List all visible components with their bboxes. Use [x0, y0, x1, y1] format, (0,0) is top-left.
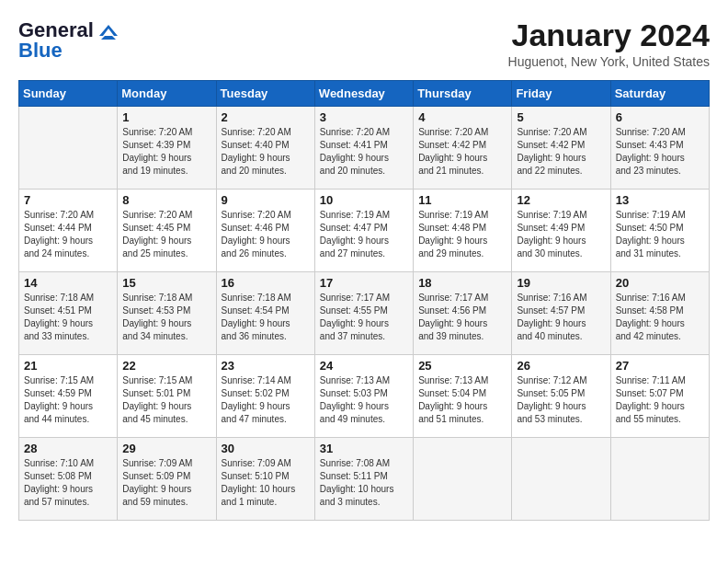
logo: General Blue: [18, 18, 123, 63]
day-info: Sunrise: 7:20 AM Sunset: 4:39 PM Dayligh…: [122, 126, 210, 178]
day-info: Sunrise: 7:19 AM Sunset: 4:48 PM Dayligh…: [418, 209, 506, 260]
day-number: 24: [320, 359, 408, 373]
svg-marker-0: [99, 25, 118, 36]
calendar-cell: 8Sunrise: 7:20 AM Sunset: 4:45 PM Daylig…: [118, 190, 216, 272]
calendar-cell: [414, 438, 512, 521]
day-number: 21: [24, 359, 112, 373]
day-info: Sunrise: 7:15 AM Sunset: 5:01 PM Dayligh…: [122, 374, 210, 426]
day-info: Sunrise: 7:13 AM Sunset: 5:04 PM Dayligh…: [418, 374, 506, 426]
day-number: 14: [24, 276, 112, 290]
calendar-cell: 10Sunrise: 7:19 AM Sunset: 4:47 PM Dayli…: [314, 190, 413, 272]
location: Huguenot, New York, United States: [508, 54, 710, 69]
day-number: 17: [320, 276, 408, 290]
day-number: 28: [24, 442, 112, 455]
weekday-header-monday: Monday: [118, 81, 216, 107]
weekday-header-thursday: Thursday: [414, 81, 512, 107]
day-number: 23: [222, 359, 310, 373]
calendar-cell: 13Sunrise: 7:19 AM Sunset: 4:50 PM Dayli…: [610, 190, 709, 272]
day-info: Sunrise: 7:08 AM Sunset: 5:11 PM Dayligh…: [320, 457, 408, 509]
day-number: 20: [616, 276, 704, 290]
day-info: Sunrise: 7:14 AM Sunset: 5:02 PM Dayligh…: [222, 374, 310, 426]
day-info: Sunrise: 7:12 AM Sunset: 5:05 PM Dayligh…: [517, 374, 605, 426]
calendar-cell: 30Sunrise: 7:09 AM Sunset: 5:10 PM Dayli…: [216, 438, 314, 521]
day-info: Sunrise: 7:18 AM Sunset: 4:51 PM Dayligh…: [24, 292, 112, 343]
calendar-cell: 24Sunrise: 7:13 AM Sunset: 5:03 PM Dayli…: [314, 355, 413, 438]
day-number: 19: [517, 276, 605, 290]
calendar-cell: 7Sunrise: 7:20 AM Sunset: 4:44 PM Daylig…: [19, 190, 118, 272]
calendar-cell: 5Sunrise: 7:20 AM Sunset: 4:42 PM Daylig…: [512, 107, 610, 190]
day-number: 4: [418, 110, 506, 124]
calendar-cell: 29Sunrise: 7:09 AM Sunset: 5:09 PM Dayli…: [118, 438, 216, 521]
calendar-cell: [512, 438, 610, 521]
calendar-cell: 19Sunrise: 7:16 AM Sunset: 4:57 PM Dayli…: [512, 272, 610, 355]
day-info: Sunrise: 7:17 AM Sunset: 4:56 PM Dayligh…: [418, 292, 506, 343]
day-info: Sunrise: 7:20 AM Sunset: 4:44 PM Dayligh…: [24, 209, 112, 260]
day-number: 6: [616, 110, 704, 124]
day-number: 12: [517, 193, 605, 207]
calendar-cell: 26Sunrise: 7:12 AM Sunset: 5:05 PM Dayli…: [512, 355, 610, 438]
day-info: Sunrise: 7:19 AM Sunset: 4:49 PM Dayligh…: [517, 209, 605, 260]
day-info: Sunrise: 7:16 AM Sunset: 4:58 PM Dayligh…: [616, 292, 704, 343]
day-info: Sunrise: 7:17 AM Sunset: 4:55 PM Dayligh…: [320, 292, 408, 343]
calendar-cell: 25Sunrise: 7:13 AM Sunset: 5:04 PM Dayli…: [414, 355, 512, 438]
day-info: Sunrise: 7:20 AM Sunset: 4:46 PM Dayligh…: [222, 209, 310, 260]
calendar-cell: 4Sunrise: 7:20 AM Sunset: 4:42 PM Daylig…: [414, 107, 512, 190]
day-number: 25: [418, 359, 506, 373]
calendar-cell: [610, 438, 709, 521]
calendar-cell: 27Sunrise: 7:11 AM Sunset: 5:07 PM Dayli…: [610, 355, 709, 438]
logo-icon: [96, 23, 123, 40]
calendar-cell: 31Sunrise: 7:08 AM Sunset: 5:11 PM Dayli…: [314, 438, 413, 521]
day-info: Sunrise: 7:15 AM Sunset: 4:59 PM Dayligh…: [24, 374, 112, 426]
calendar-cell: 20Sunrise: 7:16 AM Sunset: 4:58 PM Dayli…: [610, 272, 709, 355]
calendar-cell: [19, 107, 118, 190]
day-number: 29: [122, 442, 210, 455]
day-number: 26: [517, 359, 605, 373]
weekday-header-tuesday: Tuesday: [216, 81, 314, 107]
calendar-cell: 15Sunrise: 7:18 AM Sunset: 4:53 PM Dayli…: [118, 272, 216, 355]
day-info: Sunrise: 7:13 AM Sunset: 5:03 PM Dayligh…: [320, 374, 408, 426]
calendar-cell: 16Sunrise: 7:18 AM Sunset: 4:54 PM Dayli…: [216, 272, 314, 355]
calendar-cell: 9Sunrise: 7:20 AM Sunset: 4:46 PM Daylig…: [216, 190, 314, 272]
day-info: Sunrise: 7:20 AM Sunset: 4:42 PM Dayligh…: [517, 126, 605, 178]
calendar-week-row: 14Sunrise: 7:18 AM Sunset: 4:51 PM Dayli…: [19, 272, 710, 355]
day-info: Sunrise: 7:20 AM Sunset: 4:43 PM Dayligh…: [616, 126, 704, 178]
weekday-header-row: SundayMondayTuesdayWednesdayThursdayFrid…: [19, 81, 710, 107]
calendar-week-row: 1Sunrise: 7:20 AM Sunset: 4:39 PM Daylig…: [19, 107, 710, 190]
calendar-cell: 23Sunrise: 7:14 AM Sunset: 5:02 PM Dayli…: [216, 355, 314, 438]
day-info: Sunrise: 7:20 AM Sunset: 4:45 PM Dayligh…: [122, 209, 210, 260]
day-number: 31: [320, 442, 408, 455]
day-number: 7: [24, 193, 112, 207]
day-number: 18: [418, 276, 506, 290]
day-number: 10: [320, 193, 408, 207]
calendar-cell: 22Sunrise: 7:15 AM Sunset: 5:01 PM Dayli…: [118, 355, 216, 438]
calendar-cell: 21Sunrise: 7:15 AM Sunset: 4:59 PM Dayli…: [19, 355, 118, 438]
calendar-cell: 17Sunrise: 7:17 AM Sunset: 4:55 PM Dayli…: [314, 272, 413, 355]
day-number: 3: [320, 110, 408, 124]
day-number: 5: [517, 110, 605, 124]
calendar-table: SundayMondayTuesdayWednesdayThursdayFrid…: [18, 80, 710, 521]
calendar-cell: 11Sunrise: 7:19 AM Sunset: 4:48 PM Dayli…: [414, 190, 512, 272]
day-info: Sunrise: 7:10 AM Sunset: 5:08 PM Dayligh…: [24, 457, 112, 509]
weekday-header-saturday: Saturday: [610, 81, 709, 107]
day-number: 2: [222, 110, 310, 124]
header: General Blue January 2024 Huguenot, New …: [18, 18, 710, 69]
day-number: 22: [122, 359, 210, 373]
weekday-header-sunday: Sunday: [19, 81, 118, 107]
calendar-cell: 2Sunrise: 7:20 AM Sunset: 4:40 PM Daylig…: [216, 107, 314, 190]
calendar-week-row: 28Sunrise: 7:10 AM Sunset: 5:08 PM Dayli…: [19, 438, 710, 521]
day-info: Sunrise: 7:16 AM Sunset: 4:57 PM Dayligh…: [517, 292, 605, 343]
day-info: Sunrise: 7:20 AM Sunset: 4:42 PM Dayligh…: [418, 126, 506, 178]
day-info: Sunrise: 7:20 AM Sunset: 4:40 PM Dayligh…: [222, 126, 310, 178]
day-number: 30: [222, 442, 310, 455]
day-number: 16: [222, 276, 310, 290]
day-info: Sunrise: 7:09 AM Sunset: 5:09 PM Dayligh…: [122, 457, 210, 509]
day-number: 9: [222, 193, 310, 207]
calendar-cell: 3Sunrise: 7:20 AM Sunset: 4:41 PM Daylig…: [314, 107, 413, 190]
weekday-header-wednesday: Wednesday: [314, 81, 413, 107]
calendar-cell: 1Sunrise: 7:20 AM Sunset: 4:39 PM Daylig…: [118, 107, 216, 190]
calendar-container: General Blue January 2024 Huguenot, New …: [0, 0, 728, 530]
title-block: January 2024 Huguenot, New York, United …: [508, 18, 710, 69]
day-number: 11: [418, 193, 506, 207]
day-number: 8: [122, 193, 210, 207]
day-info: Sunrise: 7:19 AM Sunset: 4:50 PM Dayligh…: [616, 209, 704, 260]
